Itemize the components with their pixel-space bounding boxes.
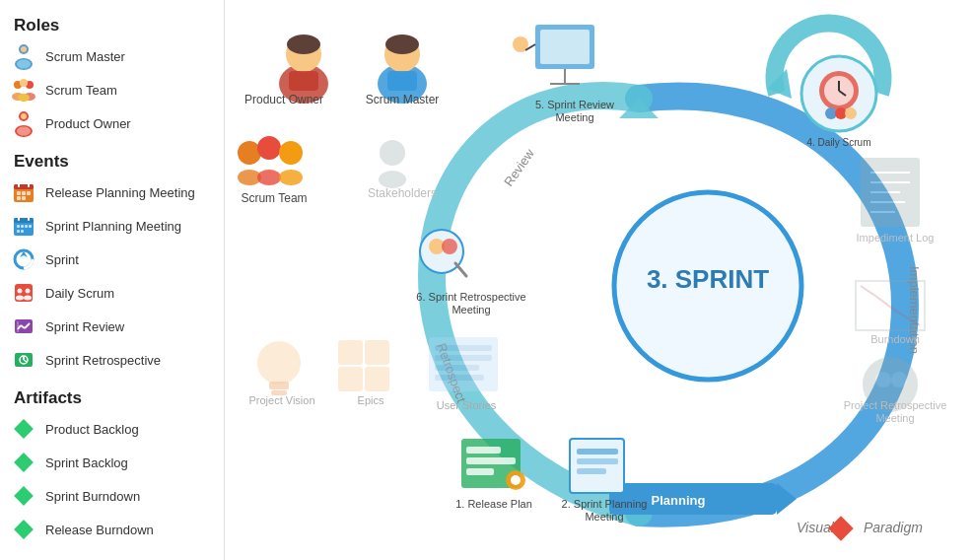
svg-point-72: [257, 136, 281, 160]
svg-rect-16: [17, 191, 21, 195]
svg-rect-17: [22, 191, 26, 195]
daily-scrum-node-label: 4. Daily Scrum: [806, 137, 870, 148]
svg-rect-124: [577, 468, 606, 474]
svg-point-11: [21, 113, 27, 119]
epics-label: Epics: [358, 394, 384, 406]
svg-rect-112: [435, 355, 492, 361]
sidebar-item-product-backlog[interactable]: Product Backlog: [0, 412, 224, 446]
release-planning-label: Release Planning Meeting: [45, 185, 195, 200]
svg-point-76: [279, 170, 303, 185]
sidebar-item-release-planning[interactable]: Release Planning Meeting: [0, 175, 224, 209]
svg-rect-63: [387, 71, 417, 91]
release-burndown-label: Release Burndown: [45, 523, 154, 537]
svg-rect-109: [365, 367, 389, 391]
sprint-planning-icon: [10, 212, 37, 240]
svg-rect-114: [435, 375, 484, 381]
burndown-label: Burndown: [870, 333, 920, 345]
svg-point-75: [257, 170, 281, 185]
svg-rect-59: [289, 71, 318, 91]
svg-rect-111: [435, 345, 492, 351]
sidebar-item-scrum-team[interactable]: Scrum Team: [0, 73, 224, 106]
sidebar-item-sprint-burndown[interactable]: Sprint Burndown: [0, 479, 224, 513]
user-stories-label: User Stories: [437, 399, 497, 411]
rules-title: Rules: [0, 552, 224, 560]
svg-rect-108: [338, 367, 363, 391]
daily-scrum-icon: [10, 279, 37, 307]
scrum-team-figure: [238, 136, 303, 185]
epics-figure: [338, 340, 389, 391]
svg-rect-113: [435, 365, 479, 371]
sidebar-item-sprint[interactable]: Sprint: [0, 243, 224, 276]
svg-rect-107: [365, 340, 389, 365]
sidebar-item-release-burndown[interactable]: Release Burndown: [0, 513, 224, 546]
project-retro-node-label: Project Retrospective: [844, 399, 947, 411]
svg-text:Meeting: Meeting: [452, 304, 490, 315]
scrum-team-node-label: Scrum Team: [241, 191, 307, 205]
svg-rect-25: [17, 225, 20, 228]
release-plan-label: 1. Release Plan: [455, 498, 532, 510]
sprint-label: Sprint: [45, 252, 79, 267]
svg-rect-19: [17, 196, 21, 200]
product-backlog-label: Product Backlog: [45, 422, 139, 437]
planning-arrow-label: Planning: [652, 493, 706, 508]
sprint-retro-label: Sprint Retrospective: [45, 353, 161, 368]
sidebar-item-sprint-review[interactable]: Sprint Review: [0, 310, 224, 343]
svg-rect-15: [14, 184, 34, 189]
svg-text:Meeting: Meeting: [555, 111, 593, 123]
sidebar-item-daily-scrum[interactable]: Daily Scrum: [0, 276, 224, 310]
svg-point-73: [279, 141, 303, 165]
impediment-log-figure: [861, 158, 920, 227]
svg-rect-18: [27, 191, 31, 195]
sprint-backlog-diamond: [10, 449, 37, 476]
svg-text:Meeting: Meeting: [875, 412, 914, 424]
sprint-planning-node-label: 2. Sprint Planning: [562, 498, 648, 510]
svg-rect-30: [21, 230, 24, 233]
svg-point-91: [845, 107, 857, 119]
sidebar-item-product-owner[interactable]: Product Owner: [0, 106, 224, 140]
svg-point-2: [21, 46, 27, 52]
release-plan-figure: [461, 439, 525, 490]
svg-rect-122: [577, 449, 618, 455]
sidebar-item-sprint-retro[interactable]: Sprint Retrospective: [0, 343, 224, 377]
svg-rect-28: [29, 225, 32, 228]
svg-point-39: [16, 296, 24, 301]
release-burndown-diamond: [10, 516, 37, 543]
brand-paradigm: Paradigm: [864, 520, 923, 535]
product-backlog-diamond: [10, 415, 37, 443]
sprint-center-label: 3. SPRINT: [647, 264, 769, 294]
svg-point-71: [238, 141, 261, 165]
sprint-review-label: Sprint Review: [45, 319, 124, 334]
scrum-master-icon: [10, 42, 37, 70]
svg-rect-106: [338, 340, 363, 365]
svg-point-13: [17, 127, 31, 136]
svg-point-37: [18, 289, 23, 294]
sprint-planning-figure: [570, 439, 624, 493]
svg-text:Meeting: Meeting: [585, 511, 623, 523]
sprint-planning-label: Sprint Planning Meeting: [45, 219, 181, 234]
svg-rect-65: [540, 30, 590, 64]
svg-point-40: [24, 296, 32, 301]
svg-rect-104: [269, 382, 289, 389]
svg-rect-27: [25, 225, 28, 228]
svg-point-120: [511, 475, 521, 485]
svg-rect-118: [466, 468, 494, 475]
project-vision-label: Project Vision: [248, 394, 314, 406]
sidebar-item-sprint-planning[interactable]: Sprint Planning Meeting: [0, 209, 224, 243]
sidebar: Roles Scrum Master Scrum Team: [0, 0, 225, 560]
sprint-retro-node-label: 6. Sprint Retrospective: [416, 291, 525, 303]
svg-rect-29: [17, 230, 20, 233]
sidebar-item-sprint-backlog[interactable]: Sprint Backlog: [0, 446, 224, 479]
product-owner-icon: [10, 109, 37, 137]
svg-line-82: [455, 263, 466, 276]
svg-point-3: [17, 60, 31, 69]
scrum-master-node-label: Scrum Master: [366, 93, 440, 106]
sprint-review-icon: [10, 313, 37, 340]
stakeholders-figure: [379, 140, 406, 188]
main-diagram: Planning 3. SPRINT Review Retrospect Imp…: [225, 0, 973, 560]
stakeholders-node-label: Stakeholders: [368, 186, 437, 200]
brand-visual: Visual: [797, 520, 835, 535]
svg-rect-24: [14, 218, 34, 223]
scrum-team-label: Scrum Team: [45, 83, 117, 98]
sidebar-item-scrum-master[interactable]: Scrum Master: [0, 39, 224, 73]
sprint-review-node-label: 5. Sprint Review: [535, 99, 614, 110]
